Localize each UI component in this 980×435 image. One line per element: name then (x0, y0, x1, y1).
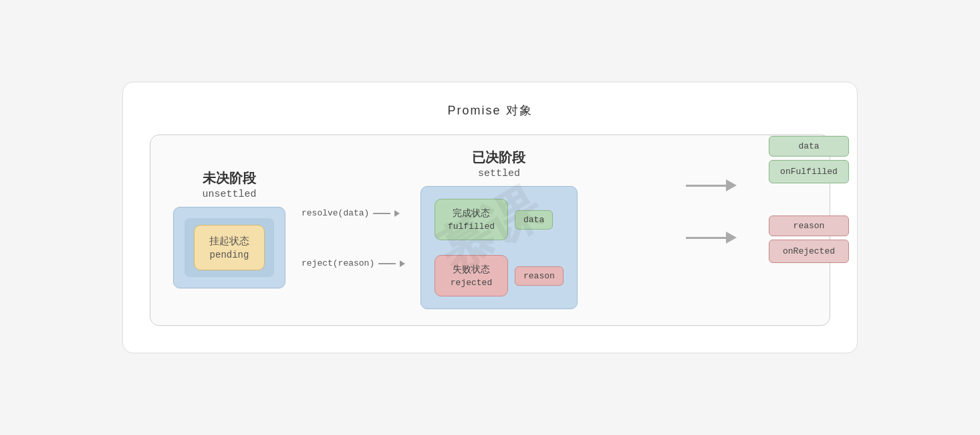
rejected-big-arrow (686, 232, 737, 244)
rejected-cn: 失败状态 (447, 264, 495, 276)
rejected-row: 失败状态 rejected reason (435, 255, 564, 296)
fulfilled-data-tag: data (515, 210, 553, 230)
rejected-outcomes: reason onRejected (769, 215, 849, 263)
unsettled-section: 未决阶段 unsettled 挂起状态 pending (169, 169, 289, 288)
resolve-arrow-row: resolve(data) (301, 208, 408, 218)
fulfilled-arrow-line (686, 185, 726, 187)
pending-cn: 挂起状态 (209, 235, 249, 248)
unsettled-inner-blue: 挂起状态 pending (185, 218, 274, 277)
fulfilled-en: fulfilled (447, 222, 495, 232)
resolve-arrow-line (373, 213, 390, 214)
rejected-reason-tag: reason (515, 266, 564, 286)
outcome-reason-tag: reason (769, 215, 849, 236)
reject-arrow-row: reject(reason) (301, 258, 408, 268)
reject-arrow-line (378, 263, 396, 264)
unsettled-blue-box: 挂起状态 pending (173, 207, 285, 288)
fulfilled-cn: 完成状态 (447, 207, 495, 220)
fulfilled-box: 完成状态 fulfilled (435, 199, 508, 240)
settled-label-en: settled (478, 168, 520, 179)
fulfilled-big-arrow (686, 179, 737, 191)
unsettled-label-en: unsettled (202, 189, 256, 200)
settled-label-cn: 已决阶段 (472, 149, 525, 167)
fulfilled-arrowhead (726, 179, 737, 191)
outcomes-section: data onFulfilled reason onRejected (769, 136, 849, 263)
unsettled-label-cn: 未决阶段 (203, 169, 256, 187)
middle-arrows-section: resolve(data) reject(reason) (301, 189, 408, 268)
rejected-arrow-line (686, 237, 726, 239)
resolve-arrowhead (394, 210, 400, 217)
outcome-fulfilled-tag: onFulfilled (769, 160, 849, 183)
fulfilled-row: 完成状态 fulfilled data (435, 199, 564, 240)
diagram-container: Promise 对象 慕课 未决阶段 unsettled 挂起状态 pendin… (122, 82, 858, 353)
fulfilled-outcomes: data onFulfilled (769, 136, 849, 183)
rejected-arrowhead (726, 232, 737, 244)
rejected-box: 失败状态 rejected (435, 255, 508, 296)
reject-arrowhead (400, 260, 405, 267)
rejected-en: rejected (447, 278, 495, 288)
resolve-label: resolve(data) (301, 208, 369, 218)
reject-label: reject(reason) (301, 258, 374, 268)
pending-box: 挂起状态 pending (194, 225, 265, 270)
outcome-rejected-tag: onRejected (769, 240, 849, 263)
settled-to-outcomes (686, 139, 737, 244)
pending-en: pending (209, 250, 249, 260)
settled-section: 已决阶段 settled 完成状态 fulfilled data (420, 149, 578, 309)
outcome-data-tag: data (769, 136, 849, 157)
settled-blue-box: 完成状态 fulfilled data 失败状态 rejected reason (420, 186, 578, 309)
diagram-title: Promise 对象 (150, 102, 830, 118)
